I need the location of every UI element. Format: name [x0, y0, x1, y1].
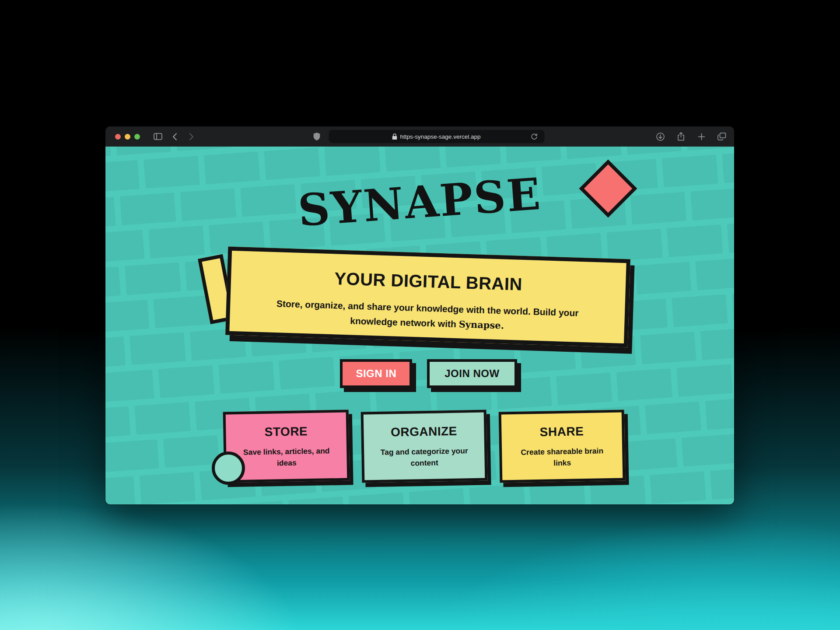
brick [635, 262, 691, 294]
address-bar[interactable]: https-synapse-sage.vercel.app [329, 130, 544, 143]
feature-card-title: STORE [236, 424, 336, 440]
brick [236, 147, 292, 147]
brick [385, 147, 441, 172]
close-window-button[interactable] [115, 134, 121, 140]
toolbar-right-cluster [654, 130, 728, 143]
feature-card-description: Save links, articles, and ideas [237, 445, 336, 469]
brick [105, 266, 121, 299]
brick [696, 258, 734, 290]
back-icon[interactable] [168, 130, 181, 143]
join-now-button[interactable]: JOIN NOW [427, 359, 517, 388]
feature-card-share: SHARE Create shareable brain links [499, 410, 626, 483]
privacy-shield-icon[interactable] [310, 130, 323, 143]
minimize-window-button[interactable] [125, 134, 130, 140]
brick [409, 488, 465, 504]
brick [445, 147, 501, 167]
brick [105, 147, 111, 160]
toolbar-left-cluster [151, 130, 198, 143]
brick [686, 504, 734, 504]
share-icon[interactable] [674, 130, 687, 143]
brick [144, 156, 200, 188]
feature-card-title: SHARE [512, 424, 612, 440]
feature-cards: STORE Save links, articles, and ideas OR… [105, 411, 734, 482]
brick [672, 294, 728, 327]
brick [505, 147, 561, 163]
page-content: SYNAPSE YOUR DIGITAL BRAIN Store, organi… [105, 147, 734, 504]
brick [154, 295, 210, 328]
downloads-icon[interactable] [654, 130, 667, 143]
brick [115, 147, 171, 155]
brick [732, 290, 734, 322]
traffic-lights [115, 134, 140, 140]
brick [264, 147, 320, 180]
brick [626, 147, 682, 155]
brick [175, 147, 231, 151]
feature-card-organize: ORGANIZE Tag and categorize your content [361, 410, 488, 483]
brick [325, 147, 381, 176]
brick [530, 480, 586, 504]
address-bar-url: https-synapse-sage.vercel.app [400, 133, 481, 140]
feature-card-title: ORGANIZE [374, 424, 474, 440]
feature-card-description: Create shareable brain links [512, 445, 612, 469]
brick [125, 262, 181, 295]
brick [607, 229, 663, 261]
brick [469, 484, 525, 504]
brick [105, 160, 140, 192]
brick [667, 224, 723, 257]
brick [105, 300, 150, 332]
forward-icon [185, 130, 198, 143]
cta-row: SIGN IN JOIN NOW [105, 359, 734, 388]
toolbar-center-cluster: https-synapse-sage.vercel.app [310, 130, 544, 143]
sign-in-button[interactable]: SIGN IN [340, 359, 412, 388]
brick [565, 147, 621, 159]
lock-icon [392, 133, 397, 140]
brick [204, 151, 260, 184]
new-tab-icon[interactable] [695, 130, 708, 143]
brick [727, 220, 734, 252]
circle-accent-shape [212, 452, 245, 485]
banner-brand-word: Synapse. [458, 318, 504, 331]
reload-icon[interactable] [528, 130, 541, 143]
banner-subtitle: Store, organize, and share your knowledg… [264, 296, 591, 336]
brick [228, 501, 284, 504]
zoom-window-button[interactable] [134, 134, 140, 140]
feature-card-description: Tag and categorize your content [374, 445, 474, 469]
hero-banner: YOUR DIGITAL BRAIN Store, organize, and … [225, 247, 630, 348]
brick [700, 327, 734, 360]
browser-toolbar: https-synapse-sage.vercel.app [105, 126, 734, 147]
brick [349, 492, 405, 504]
brick [289, 497, 345, 504]
tab-overview-icon[interactable] [715, 130, 728, 143]
browser-window: https-synapse-sage.vercel.app [105, 126, 734, 504]
sidebar-toggle-icon[interactable] [151, 130, 164, 143]
brick [686, 147, 734, 150]
banner-heading: YOUR DIGITAL BRAIN [231, 266, 626, 298]
